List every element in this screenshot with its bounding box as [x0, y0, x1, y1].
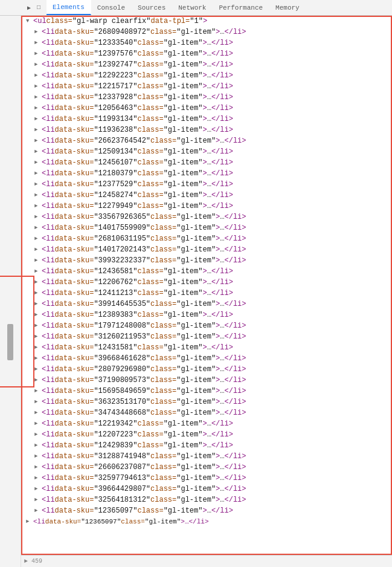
- dom-li-item[interactable]: ►<li data-sku="31260211953" class="gl-it…: [21, 331, 392, 342]
- expand-arrow-li[interactable]: ►: [34, 386, 40, 396]
- expand-arrow-li[interactable]: ►: [34, 321, 40, 331]
- dom-li-item[interactable]: ►<li data-sku="15695849659" class="gl-it…: [21, 386, 392, 397]
- dom-li-item[interactable]: ►<li data-sku="26606237087" class="gl-it…: [21, 462, 392, 473]
- expand-arrow-li[interactable]: ►: [34, 158, 40, 167]
- dom-li-item[interactable]: ►<li data-sku="12206762" class="gl-item"…: [21, 277, 392, 288]
- expand-arrow-li[interactable]: ►: [34, 288, 40, 298]
- expand-arrow-li[interactable]: ►: [34, 343, 40, 352]
- expand-arrow-li[interactable]: ►: [34, 147, 40, 157]
- dom-li-item[interactable]: ►<li data-sku="12392747" class="gl-item"…: [21, 59, 392, 70]
- dom-li-item[interactable]: ►<li data-sku="12180379" class="gl-item"…: [21, 168, 392, 179]
- dom-li-item[interactable]: ►<li data-sku="12397576" class="gl-item"…: [21, 48, 392, 59]
- dom-li-item[interactable]: ►<li data-sku="39914645535" class="gl-it…: [21, 299, 392, 309]
- expand-arrow-li[interactable]: ►: [34, 201, 40, 211]
- dom-li-item[interactable]: ►<li data-sku="39664429807" class="gl-it…: [21, 484, 392, 494]
- expand-arrow-li[interactable]: ►: [34, 103, 40, 113]
- dom-li-item[interactable]: ►<li data-sku="12429839" class="gl-item"…: [21, 440, 392, 451]
- expand-arrow-li[interactable]: ►: [34, 212, 40, 222]
- expand-arrow-li[interactable]: ►: [34, 299, 40, 309]
- expand-arrow-li[interactable]: ►: [34, 92, 40, 102]
- dom-li-item[interactable]: ►<li data-sku="12411213" class="gl-item"…: [21, 288, 392, 299]
- dom-li-item[interactable]: ►<li data-sku="17971248008" class="gl-it…: [21, 320, 392, 331]
- dom-li-item[interactable]: ►<li data-sku="12456107" class="gl-item"…: [21, 157, 392, 168]
- dom-root-ul[interactable]: ▼ <ul class="gl-warp clearfix" data-tpl=…: [21, 16, 392, 27]
- expand-arrow-li[interactable]: ►: [34, 419, 40, 429]
- expand-arrow-li[interactable]: ►: [34, 452, 40, 461]
- expand-arrow-li[interactable]: ►: [34, 364, 40, 374]
- dom-li-item[interactable]: ►<li data-sku="39668461628" class="gl-it…: [21, 353, 392, 364]
- dom-li-item[interactable]: ►<li data-sku="12337928" class="gl-item"…: [21, 92, 392, 103]
- dom-li-item[interactable]: ►<li data-sku="34743448668" class="gl-it…: [21, 407, 392, 418]
- dom-li-item[interactable]: ►<li data-sku="12292223" class="gl-item"…: [21, 70, 392, 81]
- dom-li-item[interactable]: ►<li data-sku="14017202143" class="gl-it…: [21, 244, 392, 255]
- dom-li-item[interactable]: ►<li data-sku="32564181312" class="gl-it…: [21, 494, 392, 505]
- dom-li-item[interactable]: ►<li data-sku="26623764542" class="gl-it…: [21, 135, 392, 146]
- tab-performance[interactable]: Performance: [213, 0, 269, 15]
- dom-li-item[interactable]: ►<li data-sku="33567926365" class="gl-it…: [21, 212, 392, 222]
- tab-sources[interactable]: Sources: [132, 0, 172, 15]
- expand-arrow-li[interactable]: ►: [34, 277, 40, 287]
- dom-li-item[interactable]: ►<li data-sku="36323513170" class="gl-it…: [21, 397, 392, 407]
- expand-arrow-li[interactable]: ►: [34, 375, 40, 385]
- dom-li-item[interactable]: ►<li data-sku="12279949" class="gl-item"…: [21, 201, 392, 212]
- dom-li-item[interactable]: ►<li data-sku="12509134" class="gl-item"…: [21, 146, 392, 157]
- dom-li-item[interactable]: ►<li data-sku="12056463" class="gl-item"…: [21, 103, 392, 114]
- expand-arrow-li[interactable]: ►: [34, 256, 40, 265]
- expand-arrow-li[interactable]: ►: [34, 267, 40, 276]
- expand-arrow-li[interactable]: ►: [34, 462, 40, 472]
- dom-li-item[interactable]: ►<li data-sku="12436581" class="gl-item"…: [21, 266, 392, 277]
- expand-arrow-li[interactable]: ►: [34, 397, 40, 407]
- expand-icon-partial[interactable]: ►: [26, 517, 32, 526]
- dom-li-item[interactable]: ►<li data-sku="26809408972" class="gl-it…: [21, 27, 392, 37]
- expand-arrow-li[interactable]: ►: [34, 49, 40, 59]
- expand-arrow-li[interactable]: ►: [34, 27, 40, 37]
- expand-arrow-li[interactable]: ►: [34, 190, 40, 200]
- dom-li-item[interactable]: ►<li data-sku="12458274" class="gl-item"…: [21, 190, 392, 201]
- dom-li-item[interactable]: ►<li data-sku="12215717" class="gl-item"…: [21, 81, 392, 92]
- dom-li-item[interactable]: ►<li data-sku="12431581" class="gl-item"…: [21, 342, 392, 353]
- expand-arrow-li[interactable]: ►: [34, 114, 40, 124]
- inspect-icon[interactable]: ▶: [24, 3, 34, 13]
- dom-li-item[interactable]: ►<li data-sku="11993134" class="gl-item"…: [21, 114, 392, 125]
- expand-arrow-li[interactable]: ►: [34, 38, 40, 48]
- tab-elements[interactable]: Elements: [47, 0, 91, 15]
- expand-arrow-li[interactable]: ►: [34, 441, 40, 450]
- tab-memory[interactable]: Memory: [269, 0, 306, 15]
- expand-arrow-li[interactable]: ►: [34, 408, 40, 418]
- dom-li-item[interactable]: ►<li data-sku="12389383" class="gl-item"…: [21, 309, 392, 320]
- expand-arrow-li[interactable]: ►: [34, 71, 40, 80]
- expand-arrow-li[interactable]: ►: [34, 506, 40, 516]
- expand-arrow-li[interactable]: ►: [34, 484, 40, 494]
- expand-arrow-li[interactable]: ►: [34, 245, 40, 254]
- dom-tree[interactable]: ▼ <ul class="gl-warp clearfix" data-tpl=…: [21, 16, 392, 567]
- expand-arrow-li[interactable]: ►: [34, 495, 40, 505]
- expand-arrow-li[interactable]: ►: [34, 473, 40, 483]
- dom-li-item[interactable]: ►<li data-sku="31288741948" class="gl-it…: [21, 451, 392, 462]
- dom-li-item[interactable]: ►<li data-sku="11936238" class="gl-item"…: [21, 125, 392, 135]
- dom-li-item[interactable]: ►<li data-sku="32597794613" class="gl-it…: [21, 473, 392, 484]
- dom-li-item[interactable]: ►<li data-sku="12219342" class="gl-item"…: [21, 418, 392, 429]
- expand-arrow-li[interactable]: ►: [34, 430, 40, 439]
- dom-li-item[interactable]: ►<li data-sku="12207223" class="gl-item"…: [21, 429, 392, 440]
- expand-arrow-li[interactable]: ►: [34, 310, 40, 320]
- device-icon[interactable]: □: [34, 3, 43, 13]
- expand-arrow-li[interactable]: ►: [34, 60, 40, 70]
- expand-icon[interactable]: ▼: [26, 16, 32, 26]
- expand-arrow-li[interactable]: ►: [34, 180, 40, 189]
- tab-network[interactable]: Network: [172, 0, 213, 15]
- expand-arrow-li[interactable]: ►: [34, 234, 40, 244]
- dom-li-item[interactable]: ►<li data-sku="28079296980" class="gl-it…: [21, 364, 392, 375]
- dom-li-item[interactable]: ►<li data-sku="12365097" class="gl-item"…: [21, 505, 392, 516]
- tab-console[interactable]: Console: [91, 0, 132, 15]
- dom-li-item[interactable]: ►<li data-sku="12377529" class="gl-item"…: [21, 179, 392, 190]
- dom-li-item[interactable]: ►<li data-sku="26810631195" class="gl-it…: [21, 233, 392, 244]
- dom-last-partial[interactable]: ► <li data-sku="12365097" class="gl-item…: [21, 516, 392, 527]
- expand-arrow-li[interactable]: ►: [34, 354, 40, 363]
- dom-li-item[interactable]: ►<li data-sku="37190809573" class="gl-it…: [21, 375, 392, 386]
- expand-arrow-li[interactable]: ►: [34, 82, 40, 91]
- dom-li-item[interactable]: ►<li data-sku="14017559909" class="gl-it…: [21, 222, 392, 233]
- expand-arrow-li[interactable]: ►: [34, 332, 40, 342]
- expand-arrow-li[interactable]: ►: [34, 136, 40, 146]
- expand-arrow-li[interactable]: ►: [34, 223, 40, 233]
- expand-arrow-li[interactable]: ►: [34, 125, 40, 135]
